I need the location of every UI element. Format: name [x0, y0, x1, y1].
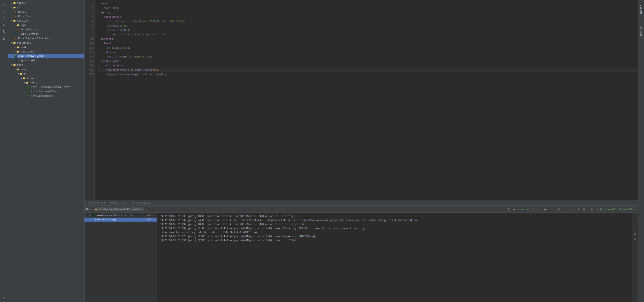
tree-item-impl[interactable]: ▼ 📁 impl [8, 23, 84, 27]
tree-item-HotelIndexTest[interactable]: C HotelIndexTest [8, 94, 84, 98]
camera-icon[interactable]: ◉ [1, 22, 7, 28]
print-btn[interactable]: 🖨 [633, 231, 638, 236]
test-tree-item-suite[interactable]: ✓ ▼ C HotelDocumentTest (cn.itcast.hotel… [84, 214, 157, 218]
test-suite-package: (cn.itcast.hotel) [119, 214, 134, 217]
file-tree: ▶ 📁 mapper ▼ 📁 pojo C Hotel C HotelDoc ▼… [8, 0, 84, 302]
collapse-btn[interactable]: ⊖ [582, 207, 586, 212]
tree-item-HotelDoc[interactable]: C HotelDoc [8, 14, 84, 18]
yaml-val-password: 200039 [121, 28, 130, 32]
tree-item-mapper[interactable]: ▶ 📁 mapper [8, 1, 84, 5]
database-icon[interactable]: Database [639, 1, 644, 18]
code-content[interactable]: server: port: 8089 spring: ▾ datasource: [94, 0, 638, 200]
test-tree: ✓ ▼ C HotelDocumentTest (cn.itcast.hotel… [84, 213, 157, 302]
sort-btn[interactable]: ☰ [551, 207, 556, 212]
console-output[interactable]: 11-01 10:58:31.003 [main] INFO com.zaxxe… [157, 213, 632, 302]
tree-item-IHotelService[interactable]: I IHotelService [8, 32, 84, 36]
scroll-down-btn[interactable]: ↓ [633, 220, 638, 225]
wrap-btn[interactable]: ⇥ [633, 226, 638, 230]
yaml-val-username: root [121, 24, 127, 28]
rerun-btn[interactable]: ↺ [537, 207, 542, 212]
line-num-2: 2 [84, 6, 94, 10]
interface-icon-IHotelService: I [14, 32, 17, 35]
console-line-5: star_name,business,longitude,latitude,pi… [160, 230, 629, 235]
run-tab-close[interactable]: ✕ [140, 208, 142, 211]
fold-btn-12[interactable]: ▾ [98, 50, 100, 55]
fold-btn-4[interactable]: ▾ [98, 15, 100, 19]
folder-icon-cn: 📁 [19, 72, 22, 75]
line-num-17: 17 [84, 72, 94, 77]
tree-item-HotelDemoApplicationTests[interactable]: C HotelDemoApplicationTests [8, 85, 84, 89]
folder-icon-java-test: 📁 [16, 68, 19, 71]
folder-icon-hotel: 📁 [26, 81, 29, 84]
java-icon-HotelDoc: C [14, 15, 17, 18]
java-icon-HotelService: C [18, 28, 20, 31]
tools-icon[interactable]: 🔧 [1, 29, 7, 34]
check-btn[interactable]: ✓ [526, 207, 530, 212]
line-num-1: 1 [84, 1, 94, 6]
tree-item-application-yaml[interactable]: Y application.yaml [8, 54, 84, 58]
run-icon[interactable]: ▶ [1, 1, 7, 7]
notifications-icon[interactable]: Notifications [639, 22, 644, 41]
folder-icon-itcast: 📁 [22, 77, 26, 80]
test-icon-HotelDemoApplicationTests: C [27, 86, 30, 88]
stop-btn[interactable]: ⬛ [531, 207, 536, 212]
line-num-5: 5 [84, 19, 94, 24]
yaml-icon: Y [14, 55, 17, 57]
tree-item-templates[interactable]: ▶ 📁 templates [8, 49, 84, 54]
rerun-failed-btn[interactable]: ↻ [542, 207, 548, 212]
tree-item-test[interactable]: ▼ 📁 test [8, 63, 84, 67]
line-num-7: 7 [84, 28, 94, 32]
tree-item-service[interactable]: ▼ 📁 service [8, 18, 84, 23]
xml-icon: X [14, 59, 17, 62]
edit-icon[interactable]: ✎ [1, 15, 7, 21]
console-line-6: 11-01 10:58:31.128 [main] DEBUG cn.itcas… [160, 235, 629, 239]
tree-item-HotelService[interactable]: C HotelService [8, 27, 84, 32]
tree-item-itcast[interactable]: ▼ 📁 itcast [8, 76, 84, 80]
arrow-itcast: ▼ [21, 77, 22, 79]
yaml-colon-1: : [110, 1, 112, 6]
expand-icon[interactable]: ⊞ [1, 295, 7, 301]
test-method-check: ✓ [86, 218, 88, 221]
test-tree-item-method[interactable]: ✓ ● testAddDocument() 697 ms [84, 218, 157, 222]
yaml-key-mybatis: mybatis-plus [100, 59, 120, 63]
yaml-key-type-aliases: type-aliases-package [107, 72, 138, 77]
tree-item-hotel[interactable]: ▼ 📁 hotel [8, 80, 84, 85]
run-tab[interactable]: ▶ HotelDocumentTest.testAddDocument ✕ [94, 208, 144, 211]
line-numbers: 1 2 3 4 5 6 7 8 9 10 11 12 13 14 15 16 1… [84, 0, 94, 200]
code-line-16: map-underscore-to-camel-case: true [98, 68, 638, 72]
test-suite-time: 697 ms [147, 214, 155, 217]
play-btn[interactable]: ▶ [520, 207, 525, 212]
bookmark-icon[interactable]: ☰ [1, 36, 7, 41]
clear-btn[interactable]: 🗑 [633, 237, 638, 242]
tree-label-impl: impl [20, 24, 26, 27]
up-btn[interactable]: ↑ [565, 207, 570, 212]
test-passed-text: Tests passed: 1 of 1 test – 697 ms [600, 208, 636, 211]
yaml-key-configuration: configuration [104, 63, 124, 68]
code-line-8: driver-class-name: com.mysql.jdbc.Driver [98, 32, 638, 37]
tree-label-HotelService: HotelService [21, 28, 40, 31]
java-icon-HotelDemoApplication: C [14, 37, 17, 40]
close-btn[interactable]: — [512, 207, 516, 212]
settings-btn[interactable]: ⚙ [506, 207, 511, 212]
tree-item-HotelDemoApplication[interactable]: C HotelDemoApplication [8, 36, 84, 41]
tree-label-templates: templates [20, 50, 34, 53]
expand-btn[interactable]: ⊕ [576, 207, 581, 212]
tree-item-HotelDocumentTest[interactable]: C HotelDocumentTest [8, 89, 84, 94]
arrow-impl: ▼ [14, 24, 16, 26]
tree-item-logback-xml[interactable]: X logback.xml [8, 58, 84, 63]
filter-btn[interactable]: ▼ [556, 207, 561, 212]
tree-item-java-test[interactable]: ▼ 📁 java [8, 67, 84, 72]
next-btn[interactable]: ▷ [590, 207, 595, 212]
down-btn[interactable]: ↓ [570, 207, 575, 212]
tree-item-resources[interactable]: ▼ 📁 resources [8, 41, 84, 45]
tree-item-Hotel[interactable]: C Hotel [8, 10, 84, 14]
line-num-13: 13 [84, 55, 94, 59]
tree-label-cn: cn [23, 72, 26, 75]
tree-item-pojo[interactable]: ▼ 📁 pojo [8, 5, 84, 10]
arrow-cn: ▼ [18, 73, 19, 75]
fold-btn-15[interactable]: ▾ [98, 63, 100, 68]
tree-item-cn[interactable]: ▼ 📁 cn [8, 72, 84, 76]
tree-item-static[interactable]: ▶ 📁 static [8, 45, 84, 49]
scroll-up-btn[interactable]: ↑ [633, 214, 638, 219]
settings-icon[interactable]: ⚙ [1, 8, 7, 14]
